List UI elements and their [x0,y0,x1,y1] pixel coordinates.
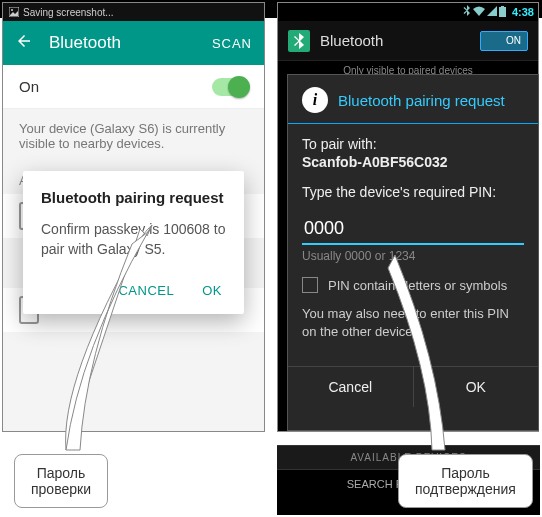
signal-icon [487,6,497,18]
pin-input[interactable] [302,214,524,245]
bluetooth-switch[interactable]: ON [480,31,528,51]
bluetooth-icon [463,5,471,19]
info-icon: i [302,87,328,113]
pair-with-label: To pair with: [302,136,524,152]
bluetooth-toggle-row: On [3,65,264,109]
clock: 4:38 [512,6,534,18]
type-pin-label: Type the device's required PIN: [302,184,524,200]
svg-rect-3 [501,6,504,7]
checkbox-label: PIN contains letters or symbols [328,278,507,293]
bluetooth-app-icon [288,30,310,52]
status-bar: 4:38 [278,3,538,21]
checkbox[interactable] [302,277,318,293]
back-icon[interactable] [15,32,33,54]
cancel-button[interactable]: Cancel [288,367,414,407]
scan-button[interactable]: SCAN [212,36,252,51]
visibility-info: Your device (Galaxy S6) is currently vis… [3,109,264,163]
pairing-dialog: Bluetooth pairing request Confirm passke… [23,171,244,314]
app-header: Bluetooth ON [278,21,538,61]
wifi-icon [473,6,485,18]
phone-left: Saving screenshot... Bluetooth SCAN On Y… [2,2,265,432]
dialog-body: To pair with: Scanfob-A0BF56C032 Type th… [288,124,538,352]
page-title: Bluetooth [320,32,480,49]
dialog-text: Confirm passkey is 100608 to pair with G… [41,220,226,259]
pairing-dialog: i Bluetooth pairing request To pair with… [287,74,539,431]
status-text: Saving screenshot... [23,7,114,18]
dialog-title: Bluetooth pairing request [338,92,505,109]
bluetooth-toggle[interactable] [212,78,248,96]
svg-rect-2 [499,7,506,17]
callout-text: Парольподтверждения [415,465,516,497]
svg-point-1 [11,9,13,11]
battery-icon [499,6,506,19]
status-bar: Saving screenshot... [3,3,264,21]
pin-letters-row[interactable]: PIN contains letters or symbols [302,277,524,293]
dialog-buttons: Cancel OK [288,366,538,407]
callout-box: Парольпроверки [14,454,108,508]
dialog-buttons: CANCEL OK [41,275,226,306]
on-label: On [19,78,212,95]
page-title: Bluetooth [49,33,212,53]
device-name: Scanfob-A0BF56C032 [302,154,524,170]
callout-box: Парольподтверждения [398,454,533,508]
cancel-button[interactable]: CANCEL [114,275,178,306]
dialog-header: i Bluetooth pairing request [288,75,538,124]
dialog-note: You may also need to enter this PIN on t… [302,305,524,340]
dialog-title: Bluetooth pairing request [41,189,226,206]
image-icon [9,7,19,17]
ok-button[interactable]: OK [414,367,539,407]
callout-text: Парольпроверки [31,465,91,497]
app-header: Bluetooth SCAN [3,21,264,65]
pin-hint: Usually 0000 or 1234 [302,249,524,263]
ok-button[interactable]: OK [198,275,226,306]
